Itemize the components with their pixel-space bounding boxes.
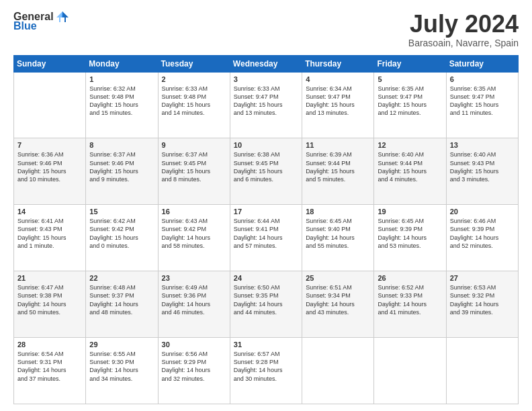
title-block: July 2024 Barasoain, Navarre, Spain — [408, 11, 519, 48]
calendar-cell: 15Sunrise: 6:42 AM Sunset: 9:42 PM Dayli… — [86, 205, 158, 271]
day-number: 16 — [162, 208, 226, 216]
calendar-cell — [374, 338, 446, 404]
week-row-0: 1Sunrise: 6:32 AM Sunset: 9:48 PM Daylig… — [14, 72, 519, 138]
week-row-3: 21Sunrise: 6:47 AM Sunset: 9:38 PM Dayli… — [14, 271, 519, 338]
calendar-cell: 8Sunrise: 6:37 AM Sunset: 9:46 PM Daylig… — [86, 138, 158, 205]
calendar-cell: 25Sunrise: 6:51 AM Sunset: 9:34 PM Dayli… — [302, 271, 374, 338]
day-info: Sunrise: 6:48 AM Sunset: 9:37 PM Dayligh… — [89, 283, 154, 316]
day-info: Sunrise: 6:44 AM Sunset: 9:41 PM Dayligh… — [234, 217, 298, 250]
day-info: Sunrise: 6:34 AM Sunset: 9:47 PM Dayligh… — [306, 85, 370, 118]
col-friday: Friday — [374, 55, 446, 72]
day-info: Sunrise: 6:45 AM Sunset: 9:39 PM Dayligh… — [378, 217, 442, 250]
calendar-cell: 22Sunrise: 6:48 AM Sunset: 9:37 PM Dayli… — [86, 271, 158, 338]
day-info: Sunrise: 6:40 AM Sunset: 9:44 PM Dayligh… — [378, 150, 442, 183]
day-number: 27 — [450, 274, 515, 282]
day-number: 24 — [234, 274, 298, 282]
day-info: Sunrise: 6:33 AM Sunset: 9:48 PM Dayligh… — [162, 85, 226, 118]
day-info: Sunrise: 6:33 AM Sunset: 9:47 PM Dayligh… — [234, 85, 298, 118]
week-row-1: 7Sunrise: 6:36 AM Sunset: 9:46 PM Daylig… — [14, 138, 519, 205]
day-number: 4 — [306, 75, 370, 83]
day-info: Sunrise: 6:49 AM Sunset: 9:36 PM Dayligh… — [162, 283, 226, 316]
calendar-cell: 10Sunrise: 6:38 AM Sunset: 9:45 PM Dayli… — [230, 138, 302, 205]
calendar-cell: 11Sunrise: 6:39 AM Sunset: 9:44 PM Dayli… — [302, 138, 374, 205]
col-sunday: Sunday — [14, 55, 86, 72]
day-number: 7 — [17, 141, 82, 149]
logo-text: General Blue — [13, 11, 70, 32]
calendar-cell: 21Sunrise: 6:47 AM Sunset: 9:38 PM Dayli… — [14, 271, 86, 338]
col-tuesday: Tuesday — [158, 55, 230, 72]
calendar-cell: 27Sunrise: 6:53 AM Sunset: 9:32 PM Dayli… — [446, 271, 518, 338]
day-number: 31 — [234, 340, 298, 349]
calendar-cell: 14Sunrise: 6:41 AM Sunset: 9:43 PM Dayli… — [14, 205, 86, 271]
day-info: Sunrise: 6:54 AM Sunset: 9:31 PM Dayligh… — [17, 350, 82, 383]
day-number: 6 — [450, 75, 515, 83]
week-row-4: 28Sunrise: 6:54 AM Sunset: 9:31 PM Dayli… — [14, 338, 519, 404]
calendar-cell: 19Sunrise: 6:45 AM Sunset: 9:39 PM Dayli… — [374, 205, 446, 271]
day-number: 11 — [306, 141, 370, 149]
calendar-cell: 4Sunrise: 6:34 AM Sunset: 9:47 PM Daylig… — [302, 72, 374, 138]
day-info: Sunrise: 6:57 AM Sunset: 9:28 PM Dayligh… — [234, 350, 298, 383]
calendar-cell: 6Sunrise: 6:35 AM Sunset: 9:47 PM Daylig… — [446, 72, 518, 138]
day-number: 22 — [89, 274, 154, 282]
day-number: 19 — [378, 208, 442, 216]
day-number: 13 — [450, 141, 515, 149]
calendar-cell: 17Sunrise: 6:44 AM Sunset: 9:41 PM Dayli… — [230, 205, 302, 271]
day-info: Sunrise: 6:39 AM Sunset: 9:44 PM Dayligh… — [306, 150, 370, 183]
calendar-cell: 9Sunrise: 6:37 AM Sunset: 9:45 PM Daylig… — [158, 138, 230, 205]
calendar-cell: 23Sunrise: 6:49 AM Sunset: 9:36 PM Dayli… — [158, 271, 230, 338]
day-number: 20 — [450, 208, 515, 216]
day-number: 23 — [162, 274, 226, 282]
day-number: 5 — [378, 75, 442, 83]
day-info: Sunrise: 6:46 AM Sunset: 9:39 PM Dayligh… — [450, 217, 515, 250]
day-number: 12 — [378, 141, 442, 149]
day-info: Sunrise: 6:38 AM Sunset: 9:45 PM Dayligh… — [234, 150, 298, 183]
page: General Blue July 2024 Barasoain, Navarr… — [0, 0, 532, 411]
day-info: Sunrise: 6:51 AM Sunset: 9:34 PM Dayligh… — [306, 283, 370, 316]
day-number: 2 — [162, 75, 226, 83]
calendar-cell: 18Sunrise: 6:45 AM Sunset: 9:40 PM Dayli… — [302, 205, 374, 271]
day-info: Sunrise: 6:55 AM Sunset: 9:30 PM Dayligh… — [89, 350, 154, 383]
calendar-cell: 24Sunrise: 6:50 AM Sunset: 9:35 PM Dayli… — [230, 271, 302, 338]
calendar-cell — [446, 338, 518, 404]
day-number: 17 — [234, 208, 298, 216]
day-info: Sunrise: 6:37 AM Sunset: 9:45 PM Dayligh… — [162, 150, 226, 183]
col-saturday: Saturday — [446, 55, 518, 72]
calendar-table: Sunday Monday Tuesday Wednesday Thursday… — [13, 55, 519, 404]
col-monday: Monday — [86, 55, 158, 72]
day-info: Sunrise: 6:35 AM Sunset: 9:47 PM Dayligh… — [450, 85, 515, 118]
logo: General Blue — [13, 11, 70, 32]
col-thursday: Thursday — [302, 55, 374, 72]
week-row-2: 14Sunrise: 6:41 AM Sunset: 9:43 PM Dayli… — [14, 205, 519, 271]
calendar-cell — [14, 72, 86, 138]
day-info: Sunrise: 6:52 AM Sunset: 9:33 PM Dayligh… — [378, 283, 442, 316]
day-number: 26 — [378, 274, 442, 282]
day-info: Sunrise: 6:47 AM Sunset: 9:38 PM Dayligh… — [17, 283, 82, 316]
calendar-cell: 7Sunrise: 6:36 AM Sunset: 9:46 PM Daylig… — [14, 138, 86, 205]
calendar-cell — [302, 338, 374, 404]
calendar-cell: 5Sunrise: 6:35 AM Sunset: 9:47 PM Daylig… — [374, 72, 446, 138]
logo-bird-icon — [55, 11, 70, 23]
day-info: Sunrise: 6:53 AM Sunset: 9:32 PM Dayligh… — [450, 283, 515, 316]
calendar-cell: 20Sunrise: 6:46 AM Sunset: 9:39 PM Dayli… — [446, 205, 518, 271]
sub-title: Barasoain, Navarre, Spain — [408, 38, 519, 48]
calendar-cell: 26Sunrise: 6:52 AM Sunset: 9:33 PM Dayli… — [374, 271, 446, 338]
header: General Blue July 2024 Barasoain, Navarr… — [13, 11, 519, 48]
main-title: July 2024 — [408, 11, 519, 38]
day-number: 10 — [234, 141, 298, 149]
day-number: 14 — [17, 208, 82, 216]
day-info: Sunrise: 6:45 AM Sunset: 9:40 PM Dayligh… — [306, 217, 370, 250]
calendar-cell: 3Sunrise: 6:33 AM Sunset: 9:47 PM Daylig… — [230, 72, 302, 138]
day-info: Sunrise: 6:32 AM Sunset: 9:48 PM Dayligh… — [89, 85, 154, 118]
day-number: 25 — [306, 274, 370, 282]
calendar-cell: 31Sunrise: 6:57 AM Sunset: 9:28 PM Dayli… — [230, 338, 302, 404]
day-info: Sunrise: 6:37 AM Sunset: 9:46 PM Dayligh… — [89, 150, 154, 183]
calendar-cell: 28Sunrise: 6:54 AM Sunset: 9:31 PM Dayli… — [14, 338, 86, 404]
day-number: 30 — [162, 340, 226, 349]
calendar-cell: 13Sunrise: 6:40 AM Sunset: 9:43 PM Dayli… — [446, 138, 518, 205]
day-info: Sunrise: 6:43 AM Sunset: 9:42 PM Dayligh… — [162, 217, 226, 250]
calendar-cell: 2Sunrise: 6:33 AM Sunset: 9:48 PM Daylig… — [158, 72, 230, 138]
day-info: Sunrise: 6:42 AM Sunset: 9:42 PM Dayligh… — [89, 217, 154, 250]
calendar-cell: 16Sunrise: 6:43 AM Sunset: 9:42 PM Dayli… — [158, 205, 230, 271]
col-wednesday: Wednesday — [230, 55, 302, 72]
day-number: 21 — [17, 274, 82, 282]
